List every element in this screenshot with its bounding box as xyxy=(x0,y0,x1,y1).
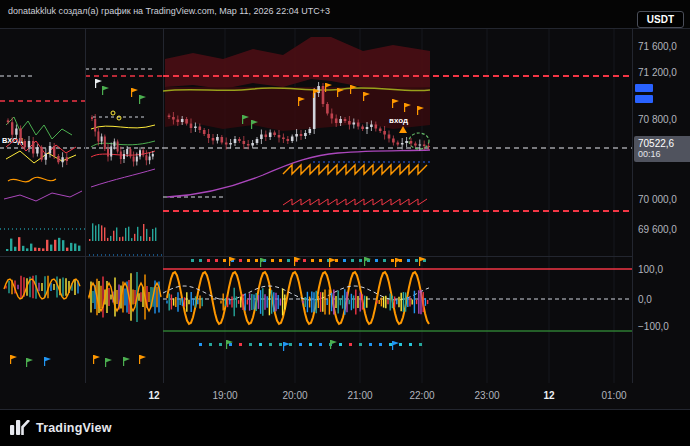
time-label-day: 12 xyxy=(148,390,159,401)
flag-marker xyxy=(131,88,138,97)
flags-mini-a xyxy=(10,355,51,367)
flag-marker xyxy=(123,357,130,366)
mini-orange-line xyxy=(8,177,56,182)
flag-marker xyxy=(139,95,146,104)
time-axis[interactable]: 12 19:00 20:00 21:00 22:00 23:00 12 01:0… xyxy=(0,383,690,410)
signal-dot xyxy=(111,111,115,115)
volume-mini-a xyxy=(6,237,80,251)
mini-ma-magenta xyxy=(91,169,155,187)
tradingview-logo[interactable]: TradingView xyxy=(10,420,112,435)
price-label: 71 600,0 xyxy=(638,41,677,52)
flag-marker xyxy=(329,258,336,267)
orange-step-line xyxy=(283,165,427,174)
volume-mini-b xyxy=(89,223,156,241)
flag-marker xyxy=(93,355,100,364)
flag-marker xyxy=(102,86,109,95)
time-label: 23:00 xyxy=(474,390,499,401)
pane-separator[interactable] xyxy=(0,256,632,257)
panel-separator xyxy=(85,29,86,384)
flag-marker xyxy=(10,355,17,364)
price-label: 70 000,0 xyxy=(638,194,677,205)
candles-mini-b xyxy=(91,114,154,167)
entry-annotation-label: вход xyxy=(389,116,408,125)
time-label: 21:00 xyxy=(347,390,372,401)
mini-ma-magenta xyxy=(4,191,82,201)
flags-mini-b-bottom xyxy=(93,355,146,367)
flag-marker xyxy=(44,357,51,366)
oscillator-scale-label: 0,0 xyxy=(638,294,652,305)
top-marker-row xyxy=(191,259,426,262)
flag-marker xyxy=(283,342,290,351)
time-label: 20:00 xyxy=(282,390,307,401)
flag-marker xyxy=(95,79,102,88)
main-price-pane[interactable]: вход xyxy=(163,29,632,256)
axis-tag xyxy=(635,84,653,92)
bearish-cloud-upper xyxy=(165,37,430,91)
flag-marker xyxy=(392,341,399,350)
time-label: 01:00 xyxy=(601,390,626,401)
flags-mini-b-top xyxy=(95,79,146,104)
time-label: 19:00 xyxy=(212,390,237,401)
tradingview-logo-icon xyxy=(10,420,30,435)
mini-ma-yellow xyxy=(91,125,155,129)
left-mini-chart-1[interactable]: ВХОД xyxy=(0,29,85,384)
flag-marker xyxy=(139,355,146,364)
quote-currency-badge[interactable]: USDT xyxy=(637,11,684,28)
osc-ticks-mini-b xyxy=(89,272,159,322)
flag-marker xyxy=(26,358,33,367)
price-label: 70 800,0 xyxy=(638,114,677,125)
last-price-value: 70522,6 xyxy=(638,138,690,149)
time-label: 22:00 xyxy=(409,390,434,401)
mini-ma-green xyxy=(91,141,155,147)
bottom-bar: TradingView xyxy=(0,410,690,446)
flag-marker xyxy=(330,340,337,349)
oscillator-scale-label: 100,0 xyxy=(638,264,663,275)
price-axis[interactable]: 71 600,0 71 200,0 70 800,0 70 000,0 69 6… xyxy=(632,29,690,384)
flag-marker xyxy=(105,358,112,367)
tradingview-logo-text: TradingView xyxy=(36,421,112,435)
attribution-text: donatakkluk создал(а) график на TradingV… xyxy=(8,6,330,16)
price-label: 69 600,0 xyxy=(638,224,677,235)
top-bar: donatakkluk создал(а) график на TradingV… xyxy=(0,0,690,28)
chart-area: ВХОД xyxy=(0,28,690,383)
axis-tag xyxy=(635,95,653,103)
last-price-label: 70522,6 00:16 xyxy=(634,136,690,162)
vertical-gridlines xyxy=(225,256,614,384)
histogram-ticks xyxy=(167,288,428,317)
price-label: 71 200,0 xyxy=(638,67,677,78)
bottom-marker-row xyxy=(199,343,422,346)
oscillator-scale-label: −100,0 xyxy=(638,321,669,332)
left-mini-chart-2[interactable] xyxy=(85,29,163,384)
bar-countdown: 00:16 xyxy=(638,149,690,160)
tradingview-snapshot: donatakkluk создал(а) график на TradingV… xyxy=(0,0,690,446)
oscillator-pane[interactable] xyxy=(163,256,632,384)
time-label-day: 12 xyxy=(543,390,554,401)
red-step-line xyxy=(283,199,427,205)
